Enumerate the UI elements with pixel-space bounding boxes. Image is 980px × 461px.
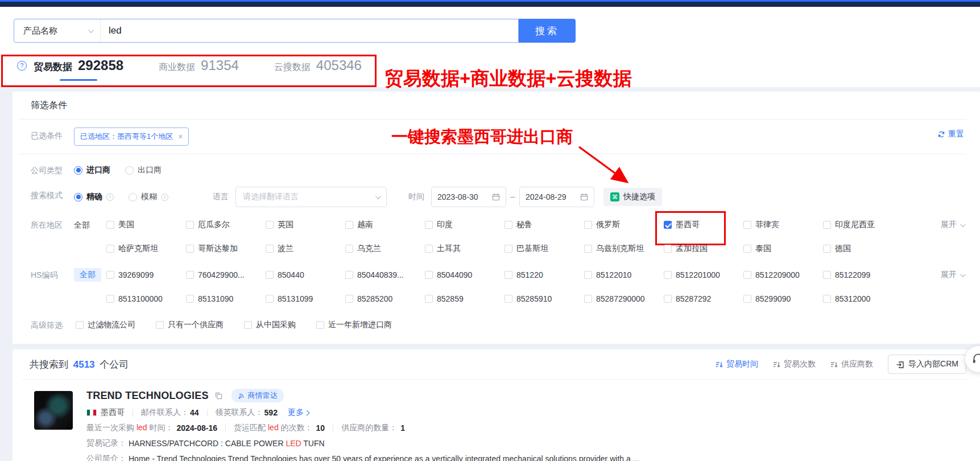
- headset-icon: [971, 352, 980, 366]
- region-checkbox[interactable]: 孟加拉国: [664, 244, 743, 254]
- search-category-select[interactable]: 产品名称: [14, 19, 101, 42]
- region-checkbox[interactable]: 波兰: [266, 244, 345, 254]
- region-checkbox[interactable]: 秘鲁: [505, 220, 584, 230]
- data-tab[interactable]: 商业数据 91354: [159, 57, 239, 73]
- results-panel: 共搜索到 4513 个公司 贸易时间: [13, 349, 980, 461]
- hs-code-checkbox[interactable]: 8512209000: [743, 270, 823, 279]
- date-to-picker[interactable]: 2024-08-29: [519, 187, 594, 207]
- more-link[interactable]: 更多: [288, 408, 309, 418]
- region-all-option[interactable]: 全部: [74, 216, 106, 233]
- hs-code-checkbox[interactable]: 851220: [505, 270, 584, 279]
- business-radar-badge[interactable]: 商情雷达: [231, 389, 284, 402]
- region-checkbox[interactable]: 菲律宾: [743, 220, 823, 230]
- region-checkbox[interactable]: 印度: [425, 220, 505, 230]
- sort-option[interactable]: 贸易时间: [716, 359, 758, 369]
- company-type-radio[interactable]: 出口商: [125, 165, 162, 175]
- radio-label: 出口商: [138, 165, 162, 175]
- region-checkbox[interactable]: 德国: [823, 244, 903, 254]
- hs-code-checkbox[interactable]: 85312000: [823, 294, 903, 303]
- hs-all-option[interactable]: 全部: [74, 268, 101, 282]
- hs-code-checkbox[interactable]: 85131090: [186, 294, 266, 303]
- import-crm-label: 导入内部CRM: [908, 359, 958, 369]
- reset-button[interactable]: 重置: [937, 129, 964, 139]
- hs-code-checkbox[interactable]: 852859: [425, 294, 505, 303]
- hs-code-checkbox[interactable]: 760429900...: [186, 270, 266, 279]
- hs-code-checkbox[interactable]: 85285910: [505, 294, 584, 303]
- tab-count: 91354: [201, 57, 239, 73]
- hs-code-checkbox[interactable]: 8512201000: [664, 270, 743, 279]
- region-checkbox[interactable]: 美国: [106, 220, 186, 230]
- hs-code-checkbox[interactable]: 8513100000: [106, 294, 186, 303]
- radar-icon: [238, 392, 245, 400]
- company-name[interactable]: TREND TECHNOLOGIES: [86, 390, 209, 402]
- hs-code-checkbox[interactable]: 85122010: [584, 270, 664, 279]
- linkedin-contacts-label: 领英联系人：: [216, 408, 263, 418]
- region-checkbox[interactable]: 印度尼西亚: [823, 220, 903, 230]
- hs-code-checkbox[interactable]: 85287292: [664, 294, 743, 303]
- advanced-filter-checkbox[interactable]: 过滤物流公司: [76, 320, 135, 330]
- tag-close-icon[interactable]: ×: [178, 133, 183, 141]
- hs-code-checkbox[interactable]: 850440839...: [345, 270, 425, 279]
- region-checkbox[interactable]: 泰国: [743, 244, 823, 254]
- hs-code-checkbox[interactable]: 85131099: [266, 294, 345, 303]
- hs-code-checkbox[interactable]: 85285200: [345, 294, 425, 303]
- company-type-radio[interactable]: 进口商: [74, 165, 110, 175]
- checkbox-label: 39269099: [118, 270, 154, 279]
- quick-options-button[interactable]: 快捷选项: [603, 188, 662, 206]
- search-input[interactable]: [101, 19, 518, 42]
- checkbox-box: [76, 321, 84, 329]
- hs-code-checkbox[interactable]: 85299090: [743, 294, 823, 303]
- search-mode-label: 搜索模式: [18, 187, 74, 204]
- advanced-filter-checkbox[interactable]: 从中国采购: [244, 320, 296, 330]
- expand-label: 展开: [941, 220, 957, 230]
- region-checkbox[interactable]: 厄瓜多尔: [186, 220, 266, 230]
- hs-code-checkbox[interactable]: 850440: [266, 270, 345, 279]
- region-expand-link[interactable]: 展开: [941, 220, 964, 230]
- data-tab[interactable]: 贸易数据 292858: [34, 57, 123, 73]
- hs-expand-link[interactable]: 展开: [941, 270, 964, 280]
- copy-icon[interactable]: [214, 392, 222, 400]
- help-icon[interactable]: [17, 61, 27, 71]
- hs-code-checkbox[interactable]: 85122099: [823, 270, 903, 279]
- company-thumbnail[interactable]: [34, 391, 73, 430]
- region-checkbox[interactable]: 乌克兰: [345, 244, 425, 254]
- checkbox-label: 英国: [278, 220, 293, 230]
- sort-icon: [773, 361, 780, 368]
- region-checkbox[interactable]: 墨西哥: [664, 220, 743, 230]
- region-checkbox[interactable]: 哥斯达黎加: [186, 244, 266, 254]
- selected-region-tag-text: 已选地区：墨西哥等1个地区: [80, 131, 173, 142]
- data-tab[interactable]: 云搜数据 405346: [274, 57, 362, 73]
- advanced-filter-checkbox[interactable]: 近一年新增进口商: [316, 320, 392, 330]
- hs-code-checkbox[interactable]: 85044090: [425, 270, 505, 279]
- region-checkbox[interactable]: 英国: [266, 220, 345, 230]
- region-checkbox[interactable]: 土耳其: [425, 244, 505, 254]
- search-mode-radio[interactable]: 精确: [74, 192, 114, 202]
- region-checkbox[interactable]: 哈萨克斯坦: [106, 244, 186, 254]
- checkbox-label: 85285200: [357, 294, 392, 303]
- purchase-date: 2024-08-16: [176, 423, 217, 433]
- sort-icon: [716, 361, 723, 368]
- selected-region-tag[interactable]: 已选地区：墨西哥等1个地区 ×: [74, 127, 189, 146]
- import-crm-button[interactable]: 导入内部CRM: [888, 355, 966, 374]
- date-from-picker[interactable]: 2023-08-30: [431, 187, 506, 207]
- hs-code-checkbox[interactable]: 85287290000: [584, 294, 664, 303]
- search-button[interactable]: 搜索: [519, 19, 576, 43]
- region-checkbox[interactable]: 乌兹别克斯坦: [584, 244, 664, 254]
- divider: [18, 119, 966, 120]
- region-checkbox[interactable]: 俄罗斯: [584, 220, 664, 230]
- language-select[interactable]: 请选择翻译语言: [235, 187, 387, 207]
- checkbox-box: [266, 221, 274, 229]
- results-toolbar: 贸易时间 贸易次数: [716, 349, 966, 379]
- sort-option[interactable]: 供应商数: [830, 359, 873, 369]
- region-checkbox[interactable]: 巴基斯坦: [505, 244, 584, 254]
- separator: [225, 425, 226, 432]
- radio-label: 模糊: [141, 192, 157, 202]
- info-icon: [161, 194, 168, 201]
- tab-label: 贸易数据: [34, 60, 72, 73]
- advanced-filter-checkbox[interactable]: 只有一个供应商: [156, 320, 224, 330]
- date-to-value: 2024-08-29: [526, 192, 567, 201]
- hs-code-checkbox[interactable]: 39269099: [106, 270, 186, 279]
- sort-option[interactable]: 贸易次数: [773, 359, 816, 369]
- region-checkbox[interactable]: 越南: [345, 220, 425, 230]
- search-mode-radio[interactable]: 模糊: [129, 192, 168, 202]
